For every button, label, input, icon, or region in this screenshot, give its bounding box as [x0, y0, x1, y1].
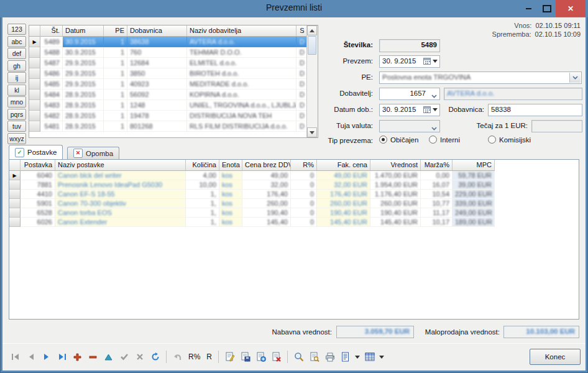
cell-naziv[interactable]: Canon torba EOS [55, 208, 186, 218]
cell-dobavnica[interactable]: 760 [127, 47, 187, 58]
cell-enota[interactable]: kos [219, 171, 242, 180]
document-save-button[interactable] [237, 349, 253, 364]
cell-naziv[interactable]: BIROTEH d.o.o. [187, 68, 296, 79]
tuja-valuta-combo[interactable] [379, 120, 440, 132]
cell-st[interactable]: 5481 [40, 121, 63, 132]
cell-naziv[interactable]: Canon EF-S 18-55 [55, 190, 186, 199]
row-selector[interactable] [9, 190, 21, 199]
column-header-fak[interactable]: Fak. cena [317, 160, 370, 171]
next-record-button[interactable] [39, 349, 54, 364]
cell-dobavnica[interactable]: 801268 [127, 121, 187, 132]
cell-vrednost[interactable]: 1.954,00 EUR [370, 180, 421, 190]
cell-r[interactable]: 0 [291, 190, 317, 199]
cell-pe[interactable]: 1 [104, 121, 127, 132]
cell-naziv[interactable]: Canon 70-300 objektiv [55, 199, 186, 208]
alpha-filter-pqrs[interactable]: pqrs [7, 109, 26, 120]
cell-postavka[interactable]: 4410 [21, 190, 55, 199]
cell-marza[interactable]: 10,17 [421, 218, 452, 227]
column-header-pe[interactable]: PE [104, 25, 127, 37]
scrollbar-thumb[interactable] [308, 36, 316, 55]
cell-pe[interactable]: 1 [104, 100, 127, 111]
cell-marza[interactable]: 11,17 [421, 208, 452, 218]
cell-datum[interactable]: 29.9.2015 [63, 58, 104, 68]
minimize-button[interactable] [521, 0, 536, 17]
table-row[interactable]: 6026Canon Extender1,kos145,400145,40 EUR… [9, 218, 579, 227]
radio-interni[interactable]: Interni [429, 136, 460, 144]
row-selector[interactable] [29, 90, 40, 100]
cell-st[interactable]: 5488 [40, 47, 63, 58]
alpha-filter-gh[interactable]: gh [7, 60, 26, 71]
alpha-filter-abc[interactable]: abc [7, 36, 26, 47]
cell-datum[interactable]: 30.9.2015 [63, 37, 104, 47]
row-selector[interactable] [29, 121, 40, 132]
row-selector[interactable] [29, 79, 40, 90]
alpha-filter-mno[interactable]: mno [7, 96, 26, 108]
cell-datum[interactable]: 28.9.2015 [63, 111, 104, 121]
column-header-mpc[interactable]: MPC [452, 160, 495, 171]
cell-marza[interactable]: 0,00 [421, 171, 452, 180]
row-selector[interactable] [29, 100, 40, 111]
column-header-dobavnica[interactable]: Dobavnica [127, 25, 187, 37]
row-selector[interactable]: ▶ [9, 171, 21, 180]
cell-enota[interactable]: kos [219, 190, 242, 199]
cell-cena[interactable]: 32,00 [242, 180, 291, 190]
dobavitelj-dropdown-icon[interactable] [431, 92, 437, 99]
table-row[interactable]: ▶548930.9.2015138638AVTERA d.o.o.D [29, 37, 318, 47]
cell-cena[interactable]: 260,00 [242, 199, 291, 208]
row-selector[interactable] [29, 58, 40, 68]
cell-mpc[interactable]: 249,00 EUR [452, 208, 495, 218]
cell-st[interactable]: 5489 [40, 37, 63, 47]
row-selector[interactable] [29, 68, 40, 79]
insert-record-button[interactable] [70, 349, 85, 364]
cancel-edit-button[interactable] [132, 349, 147, 364]
cell-pe[interactable]: 1 [104, 68, 127, 79]
cell-st[interactable]: 5484 [40, 90, 63, 100]
row-selector[interactable] [29, 47, 40, 58]
report-button[interactable] [338, 349, 353, 364]
cell-mpc[interactable]: 339,00 EUR [452, 199, 495, 208]
column-header-naziv[interactable]: Naziv postavke [55, 160, 186, 171]
document-preview-button[interactable] [306, 349, 322, 364]
cell-st[interactable]: 5482 [40, 111, 63, 121]
pe-dropdown-button[interactable] [569, 73, 581, 83]
cell-naziv[interactable]: TEHMAR D.O.O. [187, 47, 296, 58]
cell-naziv[interactable]: MEDITRADE d.o.o. [187, 79, 296, 90]
cell-datum[interactable]: 28.9.2015 [63, 100, 104, 111]
first-record-button[interactable] [7, 349, 23, 364]
cell-datum[interactable]: 29.9.2015 [63, 79, 104, 90]
date-dropdown-icon[interactable] [433, 60, 438, 63]
column-header-enota[interactable]: Enota [219, 160, 242, 171]
cell-kolicina[interactable]: 1, [186, 199, 219, 208]
table-row[interactable]: 548629.9.201513850BIROTEH d.o.o.D [29, 68, 318, 79]
radio-komisijski[interactable]: Komisijski [488, 136, 531, 144]
cell-vrednost[interactable]: 145,40 EUR [370, 218, 421, 227]
cell-fak[interactable]: 260,00 EUR [317, 199, 370, 208]
cell-kolicina[interactable]: 1, [186, 218, 219, 227]
cell-mpc[interactable]: 189,00 EUR [452, 218, 495, 227]
cell-naziv[interactable]: Prenosnik Lenovo IdeaPad G5030 [55, 180, 186, 190]
cell-postavka[interactable]: 5901 [21, 199, 55, 208]
cell-cena[interactable]: 49,00 [242, 171, 291, 180]
konec-button[interactable]: Konec [530, 349, 581, 365]
document-delete-button[interactable] [269, 349, 284, 364]
cell-fak[interactable]: 32,00 EUR [317, 180, 370, 190]
cell-vrednost[interactable]: 190,40 EUR [370, 208, 421, 218]
table-row[interactable]: 4410Canon EF-S 18-551,kos176,400176,40 E… [9, 190, 579, 199]
cell-cena[interactable]: 145,40 [242, 218, 291, 227]
cell-mpc[interactable]: 229,00 EUR [452, 190, 495, 199]
search-button[interactable] [291, 349, 306, 364]
cell-postavka[interactable]: 6040 [21, 171, 55, 180]
table-row[interactable]: 6528Canon torba EOS1,kos190,400190,40 EU… [9, 208, 579, 218]
document-edit-button[interactable] [222, 349, 237, 364]
cell-mpc[interactable]: 39,00 EUR [452, 180, 495, 190]
cell-naziv[interactable]: KOPIRNA d.o.o. [187, 90, 296, 100]
cell-dobavnica[interactable]: 1248 [127, 100, 187, 111]
cell-postavka[interactable]: 6026 [21, 218, 55, 227]
rabat-button[interactable]: R [203, 352, 215, 361]
table-row[interactable]: 548428.9.2015156092KOPIRNA d.o.o.D [29, 90, 318, 100]
row-selector[interactable] [9, 199, 21, 208]
delete-record-button[interactable] [85, 349, 101, 364]
column-header-cena[interactable]: Cena brez DDV [242, 160, 291, 171]
cell-kolicina[interactable]: 4,00 [186, 171, 219, 180]
cell-st[interactable]: 5483 [40, 100, 63, 111]
